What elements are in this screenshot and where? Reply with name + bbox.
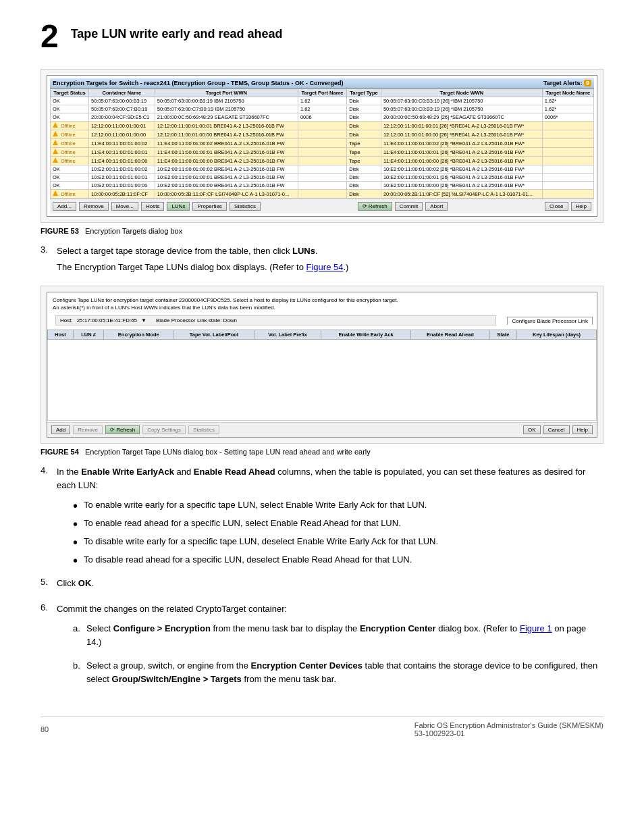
figure-54-caption-text: Encryption Target Tape LUNs dialog box -… [85, 448, 371, 456]
btn-luns[interactable]: LUNs [167, 202, 190, 211]
figure-53-caption-text: Encryption Targets dialog box [85, 227, 182, 235]
btn-help-54[interactable]: Help [572, 425, 593, 434]
figure-53-dialog: Encryption Targets for Switch - reacx241… [47, 75, 597, 217]
step-6b-content: Select a group, switch, or engine from t… [86, 659, 603, 685]
step-6b: b. Select a group, switch, or engine fro… [73, 659, 603, 692]
btn-statistics-54[interactable]: Statistics [188, 425, 219, 434]
figure-54-link[interactable]: Figure 54 [306, 262, 344, 272]
btn-help[interactable]: Help [571, 202, 591, 211]
configure-blade-tab[interactable]: Configure Blade Processor Link [507, 317, 593, 325]
chapter-title: Tape LUN write early and read ahead [71, 27, 283, 41]
col-key-lifespan: Key Lifespan (days) [516, 330, 596, 340]
table-row: Offline10:00:00:05:2B:11:0F:CF10:00:00:0… [51, 190, 594, 199]
table-row: OK10:E2:00:11:0D:01:00:0010:E2:00:11:00:… [51, 182, 594, 190]
step-6-num: 6. [41, 602, 57, 697]
btn-move[interactable]: Move... [111, 202, 138, 211]
figure-1-link[interactable]: Figure 1 [520, 623, 552, 633]
chapter-number: 2 [41, 20, 59, 53]
table-row: Offline11:E4:00:11:0D:01:00:0211:E4:00:1… [51, 139, 594, 148]
target-alerts: Target Alerts: 9 [543, 80, 591, 86]
table-row: Offline11:E4:00:11:0D:01:00:0111:E4:00:1… [51, 148, 594, 157]
dialog-54-desc2: An asterisk(*) in front of a LUN's Host … [53, 304, 591, 311]
btn-add[interactable]: Add... [53, 202, 76, 211]
step-5-content: Click OK. [57, 577, 603, 590]
col-enable-read: Enable Read Ahead [411, 330, 489, 340]
btn-commit[interactable]: Commit [395, 202, 423, 211]
step-6a: a. Select Configure > Encryption from th… [73, 622, 603, 655]
dialog-54-buttons: Add Remove ⟳ Refresh Copy Settings Stati… [47, 422, 597, 437]
table-row: Offline12:12:00:11:00:01:00:0112:12:00:1… [51, 122, 594, 130]
btn-copy-settings[interactable]: Copy Settings [142, 425, 186, 434]
figure-53-caption: FIGURE 53 Encryption Targets dialog box [41, 227, 603, 235]
alert-badge: 9 [584, 80, 591, 86]
step-6: 6. Commit the changes on the related Cry… [41, 602, 603, 697]
page-footer: 80 Fabric OS Encryption Administrator's … [41, 716, 603, 737]
step-6b-label: b. [73, 659, 86, 692]
table-row: OK50:05:07:63:00:C7:B0:1950:05:07:63:00:… [51, 105, 594, 113]
table-row: OK10:E2:00:11:0D:01:00:0110:E2:00:11:00:… [51, 174, 594, 182]
table-row: OK10:E2:00:11:0D:01:00:0210:E2:00:11:00:… [51, 165, 594, 174]
doc-title: Fabric OS Encryption Administrator's Gui… [414, 721, 603, 729]
btn-refresh[interactable]: ⟳ Refresh [358, 202, 392, 211]
dialog-53-buttons: Add... Remove Move... Hosts LUNs Propert… [50, 199, 594, 213]
btn-abort[interactable]: Abort [425, 202, 448, 211]
doc-num: 53-1002923-01 [414, 729, 465, 737]
table-row: Offline12:12:00:11:00:01:00:0012:12:00:1… [51, 130, 594, 139]
dialog-53-titlebar: Encryption Targets for Switch - reacx241… [50, 78, 594, 88]
col-state: State [489, 330, 516, 340]
btn-cancel-54[interactable]: Cancel [543, 425, 570, 434]
col-target-node-name: Target Node Name [542, 89, 593, 97]
col-vol-label: Vol. Label Prefix [254, 330, 321, 340]
btn-properties[interactable]: Properties [192, 202, 226, 211]
step-3: 3. Select a target tape storage device f… [41, 244, 603, 273]
bullet-4: • To disable read ahead for a specific L… [73, 553, 603, 567]
page-header: 2 Tape LUN write early and read ahead [41, 20, 603, 53]
col-target-node-wwn: Target Node WWN [381, 89, 542, 97]
step-3-content: Select a target tape storage device from… [57, 244, 603, 273]
dialog-53-title: Encryption Targets for Switch - reacx241… [53, 80, 343, 86]
figure-54-container: Configure Tape LUNs for encryption targe… [41, 286, 603, 444]
col-enable-write: Enable Write Early Ack [321, 330, 410, 340]
table-row: OK20:00:00:04:CF:9D:E5:C121:00:00:0C:50:… [51, 113, 594, 122]
figure-53-container: Encryption Targets for Switch - reacx241… [41, 69, 603, 223]
btn-remove-54[interactable]: Remove [73, 425, 103, 434]
luns-bold: LUNs [292, 246, 315, 256]
doc-info: Fabric OS Encryption Administrator's Gui… [414, 721, 603, 737]
blade-label: Blade Processor Link state: Down [156, 317, 237, 323]
step-5-num: 5. [41, 577, 57, 597]
col-target-port-wwn: Target Port WWN [155, 89, 298, 97]
dialog-54-header: Configure Tape LUNs for encryption targe… [47, 292, 597, 313]
host-label: Host: [60, 317, 73, 323]
col-lun-num: LUN # [73, 330, 103, 340]
figure-54-table: Host LUN # Encryption Mode Tape Vol. Lab… [47, 330, 597, 421]
btn-hosts[interactable]: Hosts [141, 202, 164, 211]
btn-add-54[interactable]: Add [51, 425, 70, 434]
btn-refresh-54[interactable]: ⟳ Refresh [105, 425, 140, 434]
col-container-name: Container Name [88, 89, 155, 97]
col-tape-vol: Tape Vol. Label/Pool [173, 330, 254, 340]
table-row: Offline11:E4:00:11:0D:01:00:0011:E4:00:1… [51, 157, 594, 165]
figure-53-table: Target Status Container Name Target Port… [50, 88, 594, 199]
step-4-content: In the Enable Write EarlyAck and Enable … [57, 465, 603, 571]
table-row: OK50:05:07:63:00:00:B3:1950:05:07:63:00:… [51, 97, 594, 105]
host-dropdown[interactable]: ▼ [141, 317, 146, 323]
page-number: 80 [41, 725, 49, 733]
empty-table-row [48, 340, 597, 421]
figure-54-caption: FIGURE 54 Encryption Target Tape LUNs di… [41, 448, 603, 456]
btn-close[interactable]: Close [545, 202, 568, 211]
host-bar: Host: 25:17:00:05:1E:41:FD:65 ▼ Blade Pr… [55, 315, 496, 325]
btn-statistics[interactable]: Statistics [230, 202, 261, 211]
step-4-bullets: • To enable write early for a specific t… [73, 498, 603, 567]
btn-remove[interactable]: Remove [79, 202, 109, 211]
col-target-port-name: Target Port Name [298, 89, 346, 97]
step-4: 4. In the Enable Write EarlyAck and Enab… [41, 465, 603, 571]
step-3-num: 3. [41, 244, 57, 273]
col-encryption-mode: Encryption Mode [104, 330, 173, 340]
host-value: 25:17:00:05:1E:41:FD:65 [77, 317, 137, 323]
col-target-type: Target Type [347, 89, 381, 97]
step-6-content: Commit the changes on the related Crypto… [57, 602, 603, 697]
btn-ok-54[interactable]: OK [523, 425, 541, 434]
bullet-3: • To disable write early for a specific … [73, 535, 603, 549]
figure-54-label: FIGURE 54 [41, 448, 79, 456]
figure-53-label: FIGURE 53 [41, 227, 79, 235]
